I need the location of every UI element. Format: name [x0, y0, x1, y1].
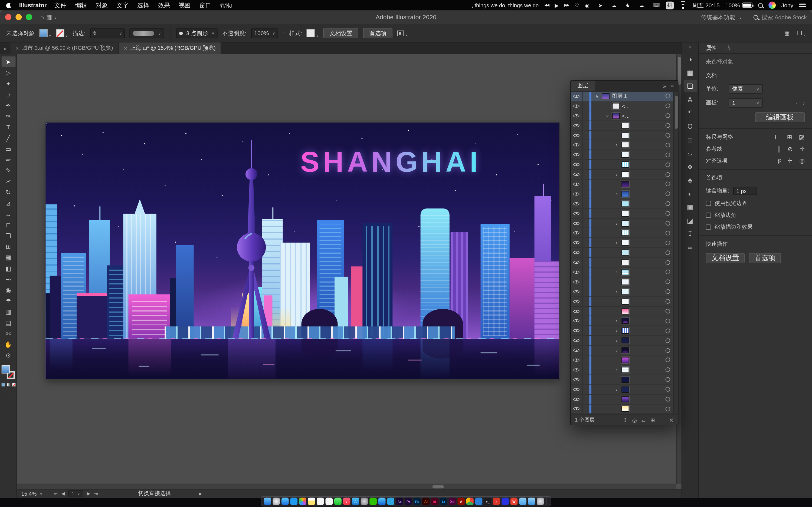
checkbox[interactable]: [706, 213, 711, 218]
checkbox-row[interactable]: 缩放边角: [706, 212, 805, 219]
layer-name[interactable]: <...: [622, 103, 629, 109]
layer-row[interactable]: [570, 258, 673, 268]
target-circle-icon[interactable]: [666, 162, 670, 167]
downloads[interactable]: [528, 498, 536, 505]
scrollbar-thumb[interactable]: [678, 57, 681, 84]
expander-icon[interactable]: ›: [614, 348, 619, 353]
layer-row-main[interactable]: [592, 375, 673, 384]
control-center-icon[interactable]: [799, 3, 806, 8]
layer-row[interactable]: ›: [570, 287, 673, 297]
eye-icon[interactable]: [573, 347, 579, 353]
layer-row-main[interactable]: [592, 404, 673, 413]
menu-item[interactable]: 对象: [96, 1, 108, 9]
eye-icon[interactable]: [573, 171, 579, 177]
visibility-cell[interactable]: [570, 375, 582, 384]
visibility-cell[interactable]: [570, 209, 582, 218]
layers-scrollbar[interactable]: [673, 92, 678, 414]
snap-grid-icon[interactable]: ♯: [778, 157, 780, 165]
collapse-tabs-icon[interactable]: «: [0, 43, 10, 54]
layer-row-main[interactable]: ›: [592, 238, 673, 247]
expander-icon[interactable]: ›: [614, 270, 619, 275]
eye-icon[interactable]: [573, 259, 579, 266]
keyboard-icon[interactable]: ⌨: [653, 2, 660, 8]
pencil-tool[interactable]: ✎: [1, 165, 15, 176]
telegram[interactable]: [387, 498, 394, 505]
layer-thumbnail[interactable]: [621, 337, 629, 344]
netease-music[interactable]: ♫: [493, 498, 500, 505]
expand-panels-icon[interactable]: «: [689, 44, 692, 52]
layer-thumbnail[interactable]: [621, 142, 629, 148]
layer-row[interactable]: ›: [570, 385, 673, 395]
eye-icon[interactable]: [573, 377, 579, 383]
symbol-sprayer-tool[interactable]: ☂: [1, 295, 15, 306]
eye-icon[interactable]: [573, 103, 579, 109]
eyedropper-tool[interactable]: ⊸: [1, 274, 15, 284]
layer-row[interactable]: ›: [570, 238, 673, 248]
trash[interactable]: [537, 498, 544, 505]
layer-thumbnail[interactable]: [621, 279, 629, 285]
visibility-cell[interactable]: [570, 160, 582, 169]
fill-swatch[interactable]: [39, 29, 48, 37]
eye-icon[interactable]: [573, 386, 579, 393]
layer-row-main[interactable]: ›: [592, 140, 673, 150]
menu-item[interactable]: 文字: [117, 1, 129, 9]
lasso-tool[interactable]: ◌: [1, 89, 15, 100]
target-circle-icon[interactable]: [666, 202, 670, 206]
layer-row-main[interactable]: [592, 228, 673, 238]
target-circle-icon[interactable]: [666, 123, 670, 128]
visibility-cell[interactable]: [570, 150, 582, 160]
smart-guides-icon[interactable]: ✛: [800, 146, 805, 153]
unit-dropdown[interactable]: 像素 ∨: [729, 84, 763, 94]
visibility-cell[interactable]: [570, 385, 582, 394]
layer-row[interactable]: [570, 404, 673, 414]
document-setup-button[interactable]: 文档设置: [706, 253, 745, 263]
layer-row-main[interactable]: [592, 179, 673, 189]
layer-thumbnail[interactable]: [621, 132, 629, 138]
user-avatar[interactable]: [768, 2, 776, 9]
paragraph-icon[interactable]: ¶: [683, 107, 697, 119]
width-profile-dropdown[interactable]: ∨: [130, 28, 164, 38]
layer-thumbnail[interactable]: [621, 122, 629, 129]
safari[interactable]: [282, 498, 289, 505]
visibility-cell[interactable]: [570, 365, 582, 375]
spotlight-icon[interactable]: [758, 3, 763, 8]
eye-icon[interactable]: [573, 113, 579, 119]
target-circle-icon[interactable]: [666, 94, 670, 99]
snap-point-icon[interactable]: ◎: [799, 157, 805, 165]
perspective-grid-tool[interactable]: ⊞: [1, 241, 15, 252]
edit-artboards-button[interactable]: 编辑画板: [755, 112, 805, 122]
new-layer-icon[interactable]: ❏: [660, 417, 664, 423]
ruler-icon[interactable]: ⊢: [775, 133, 780, 141]
calendar[interactable]: [317, 498, 324, 505]
eye-icon[interactable]: [573, 298, 579, 304]
layer-thumbnail[interactable]: [621, 230, 629, 236]
artboard[interactable]: SHANGHAI: [46, 122, 559, 379]
layers-icon[interactable]: ❏: [683, 80, 697, 92]
layer-row-main[interactable]: [592, 355, 673, 365]
expander-icon[interactable]: ›: [614, 338, 619, 343]
scale-tool[interactable]: ⊿: [1, 198, 15, 209]
layer-row-main[interactable]: ›: [592, 346, 673, 355]
target-circle-icon[interactable]: [666, 289, 670, 294]
keyboard-increment-field[interactable]: 1 px: [733, 187, 757, 195]
asset-export-icon[interactable]: ↧: [683, 228, 697, 240]
layer-row[interactable]: ›: [570, 219, 673, 228]
layer-thumbnail[interactable]: [621, 377, 629, 383]
swatches-icon[interactable]: ▦: [683, 66, 697, 79]
magic-wand-tool[interactable]: ✦: [1, 78, 15, 89]
visibility-cell[interactable]: [570, 121, 582, 130]
align-options-dropdown[interactable]: ∨: [397, 30, 408, 36]
target-circle-icon[interactable]: [666, 172, 670, 177]
clip-mask-icon[interactable]: ▱: [642, 417, 646, 423]
layer-row-main[interactable]: ›: [592, 326, 673, 335]
terminal[interactable]: >_: [484, 498, 491, 505]
visibility-cell[interactable]: [570, 228, 582, 238]
edit-toolbar-icon[interactable]: ···: [5, 393, 12, 398]
layer-row-main[interactable]: [592, 258, 673, 267]
visibility-cell[interactable]: [570, 258, 582, 267]
grid-view-icon[interactable]: ▦: [784, 30, 790, 37]
layer-row[interactable]: [570, 375, 673, 385]
checkbox[interactable]: [706, 224, 711, 230]
knight-icon[interactable]: ♞: [625, 2, 630, 8]
layer-thumbnail[interactable]: [621, 367, 629, 373]
